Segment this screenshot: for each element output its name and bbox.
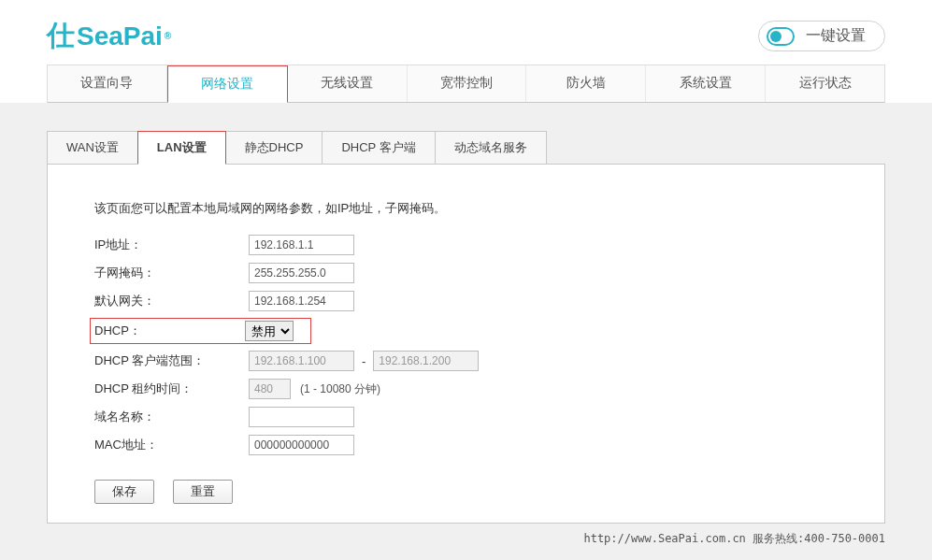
- brand-logo: 仕 SeaPai ®: [47, 17, 171, 55]
- dhcp-range-end-input: [373, 351, 479, 371]
- subnet-mask-input[interactable]: [249, 263, 354, 283]
- footer-hotline-label: 服务热线:: [753, 532, 804, 545]
- domain-name-label: 域名名称：: [94, 409, 249, 425]
- mac-address-label: MAC地址：: [94, 437, 249, 453]
- dhcp-select[interactable]: 禁用: [245, 321, 294, 341]
- tab-wan-settings[interactable]: WAN设置: [47, 131, 138, 165]
- save-button[interactable]: 保存: [94, 480, 154, 504]
- default-gateway-input[interactable]: [249, 291, 354, 311]
- footer: http://www.SeaPai.com.cn 服务热线:400-750-00…: [47, 531, 885, 547]
- domain-name-input[interactable]: [249, 407, 354, 427]
- dhcp-range-start-input: [249, 351, 354, 371]
- dhcp-label: DHCP：: [94, 323, 245, 339]
- nav-firewall[interactable]: 防火墙: [526, 65, 646, 102]
- tab-static-dhcp[interactable]: 静态DHCP: [225, 131, 323, 165]
- nav-setup-wizard[interactable]: 设置向导: [48, 65, 167, 102]
- subnet-mask-label: 子网掩码：: [94, 265, 249, 281]
- dhcp-lease-input: [249, 379, 291, 399]
- dhcp-lease-note: (1 - 10080 分钟): [300, 381, 380, 397]
- brand-registered: ®: [165, 31, 171, 41]
- lan-settings-panel: 该页面您可以配置本地局域网的网络参数，如IP地址，子网掩码。 IP地址： 子网掩…: [47, 164, 885, 524]
- ip-address-label: IP地址：: [94, 237, 249, 253]
- quick-setup-button[interactable]: 一键设置: [758, 21, 885, 51]
- logo-icon: 仕: [47, 17, 75, 55]
- nav-system-settings[interactable]: 系统设置: [646, 65, 766, 102]
- dhcp-range-dash: -: [362, 354, 366, 368]
- footer-url: http://www.SeaPai.com.cn: [583, 532, 745, 545]
- nav-wireless-settings[interactable]: 无线设置: [288, 65, 408, 102]
- toggle-icon: [767, 27, 795, 46]
- tab-ddns[interactable]: 动态域名服务: [435, 131, 547, 165]
- dhcp-range-label: DHCP 客户端范围：: [94, 352, 249, 369]
- footer-hotline-number: 400-750-0001: [804, 532, 885, 545]
- default-gateway-label: 默认网关：: [94, 293, 249, 309]
- tab-lan-settings[interactable]: LAN设置: [137, 131, 226, 165]
- tab-dhcp-client[interactable]: DHCP 客户端: [322, 131, 435, 165]
- brand-name: SeaPai: [77, 22, 163, 51]
- sub-tabs: WAN设置 LAN设置 静态DHCP DHCP 客户端 动态域名服务: [47, 131, 885, 165]
- mac-address-input[interactable]: [249, 435, 354, 455]
- nav-running-status[interactable]: 运行状态: [766, 65, 884, 102]
- dhcp-lease-label: DHCP 租约时间：: [94, 381, 249, 397]
- nav-network-settings[interactable]: 网络设置: [167, 65, 288, 103]
- main-nav: 设置向导 网络设置 无线设置 宽带控制 防火墙 系统设置 运行状态: [47, 65, 885, 103]
- nav-bandwidth-control[interactable]: 宽带控制: [408, 65, 527, 102]
- panel-description: 该页面您可以配置本地局域网的网络参数，如IP地址，子网掩码。: [94, 200, 838, 217]
- ip-address-input[interactable]: [249, 235, 354, 255]
- dhcp-row-highlighted: DHCP： 禁用: [90, 318, 311, 344]
- quick-setup-label: 一键设置: [806, 26, 866, 46]
- reset-button[interactable]: 重置: [173, 480, 233, 504]
